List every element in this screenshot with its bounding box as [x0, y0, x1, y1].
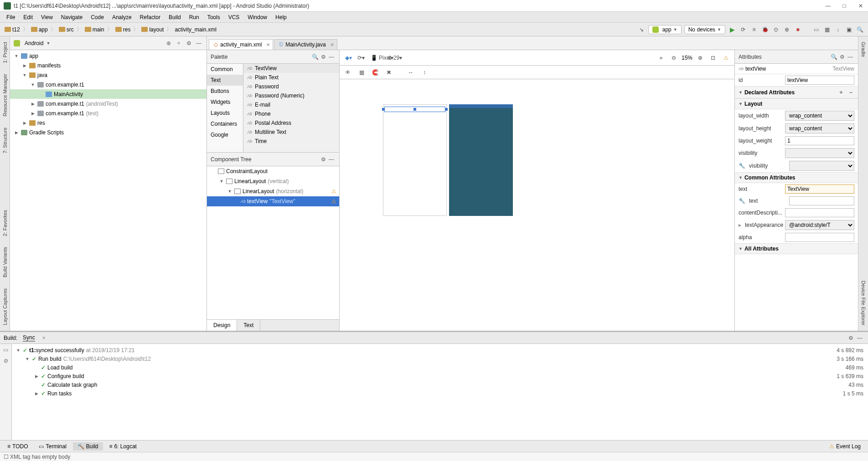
tab-main-activity[interactable]: ©MainActivity.java× [274, 39, 337, 50]
blueprint-view[interactable] [449, 104, 513, 216]
debug-button[interactable]: 🐞 [760, 24, 770, 35]
menu-file[interactable]: File [3, 13, 19, 21]
build-node[interactable]: ▶✓Run tasks1 s 5 ms [12, 389, 868, 398]
visibility-select[interactable] [785, 148, 854, 158]
attr-common-section[interactable]: ▼Common Attributes [735, 172, 858, 183]
close-tab-icon[interactable]: × [331, 41, 334, 48]
component-tree[interactable]: ConstraintLayout▼LinearLayout(vertical)▼… [207, 166, 339, 319]
autoconnect-button[interactable]: 🧲 [371, 68, 380, 77]
layout-width-select[interactable]: wrap_content [785, 111, 854, 121]
clear-constraints-button[interactable]: ✖ [384, 68, 393, 77]
component-node[interactable]: ▼LinearLayout(horizontal)⚠ [207, 186, 339, 196]
project-node[interactable]: MainActivity [10, 89, 207, 99]
tool-structure[interactable]: 7: Structure [1, 125, 9, 156]
tool-build-variants[interactable]: Build Variants [1, 244, 9, 280]
project-view-label[interactable]: Android [25, 40, 43, 46]
zoom-fit-button[interactable]: ⊡ [708, 53, 718, 63]
palette-item[interactable]: AbPlain Text [243, 73, 339, 82]
attr-all-section[interactable]: ▼All Attributes [735, 243, 858, 254]
menu-refactor[interactable]: Refactor [136, 13, 164, 21]
breadcrumb-file[interactable]: activity_main.xml [173, 26, 218, 33]
menu-help[interactable]: Help [272, 13, 290, 21]
profile-button[interactable]: ⊙ [770, 24, 781, 35]
run-config-select[interactable]: app▼ [648, 25, 682, 34]
palette-category[interactable]: Google [207, 129, 243, 140]
attach-debugger-button[interactable]: ⊕ [781, 24, 792, 35]
palette-item[interactable]: AbTime [243, 137, 339, 146]
palette-search-button[interactable]: 🔍 [311, 54, 319, 60]
component-node[interactable]: ▼LinearLayout(vertical) [207, 176, 339, 186]
menu-code[interactable]: Code [87, 13, 108, 21]
palette-category[interactable]: Buttons [207, 86, 243, 97]
toggle-view-button[interactable]: ▭ [2, 346, 10, 354]
palette-categories[interactable]: CommonTextButtonsWidgetsLayoutsContainer… [207, 64, 243, 152]
menu-build[interactable]: Build [165, 13, 185, 21]
make-button[interactable]: ↘ [636, 24, 647, 35]
attr-settings-button[interactable]: ⚙ [838, 54, 846, 60]
breadcrumb[interactable]: layout [140, 26, 165, 33]
scroll-to-source-button[interactable]: ⊕ [165, 39, 173, 47]
attr-hide-button[interactable]: — [846, 54, 854, 60]
text-tab[interactable]: Text [237, 320, 260, 331]
apply-code-button[interactable]: ≡ [749, 24, 760, 35]
tool-device-explorer[interactable]: Device File Explorer [860, 278, 867, 328]
zoom-out-button[interactable]: ⊖ [669, 53, 679, 63]
tree-settings-button[interactable]: ⚙ [319, 156, 327, 163]
breadcrumb[interactable]: app [29, 26, 50, 33]
build-node[interactable]: ▼✓Run buildC:\Users\df614\Desktop\Androi… [12, 354, 868, 363]
design-view[interactable] [383, 104, 447, 216]
layout-height-select[interactable]: wrap_content [785, 123, 854, 133]
tools-text-input[interactable] [789, 196, 854, 205]
project-node[interactable]: ▼app [10, 51, 207, 61]
maximize-button[interactable]: □ [841, 2, 848, 10]
build-tree[interactable]: ▼✓t1: synced successfullyat 2019/12/19 1… [12, 344, 868, 440]
api-select-button[interactable]: ⊗29▾ [390, 53, 400, 63]
text-appearance-select[interactable]: @android:style/T [785, 220, 854, 230]
tool-layout-captures[interactable]: Layout Captures [1, 286, 9, 328]
surface-select-button[interactable]: ◆▾ [343, 53, 353, 63]
resize-handle[interactable] [413, 108, 416, 111]
pack-button[interactable]: ↕ [420, 68, 429, 77]
tool-gradle[interactable]: Gradle [860, 39, 867, 60]
device-select-button[interactable]: 📱Pixel▾ [377, 53, 387, 63]
tool-build[interactable]: 🔨 Build [73, 442, 103, 451]
breadcrumb-root[interactable]: t12 [3, 26, 22, 33]
menu-run[interactable]: Run [186, 13, 203, 21]
sdk-manager-button[interactable]: ▦ [822, 24, 832, 35]
menu-vcs[interactable]: VCS [225, 13, 243, 21]
palette-item[interactable]: AbPhone [243, 109, 339, 118]
toggle-grid-button[interactable]: ▦ [357, 68, 366, 77]
attr-declared-section[interactable]: ▼Declared Attributes＋− [735, 86, 858, 98]
hide-button[interactable]: — [195, 39, 203, 47]
palette-items[interactable]: AbTextViewAbPlain TextAbPasswordAbPasswo… [243, 64, 339, 152]
build-node[interactable]: ▶✓Configure build1 s 639 ms [12, 372, 868, 380]
palette-category[interactable]: Common [207, 64, 243, 75]
view-options-button[interactable]: 👁 [343, 68, 352, 77]
stop-button[interactable]: ■ [792, 24, 803, 35]
resize-handle[interactable] [382, 108, 385, 111]
project-node[interactable]: ▼com.example.t1 [10, 80, 207, 89]
menu-edit[interactable]: Edit [20, 13, 36, 21]
build-node[interactable]: ✓Load build469 ms [12, 363, 868, 372]
zoom-in-button[interactable]: ⊕ [695, 53, 705, 63]
tab-activity-main[interactable]: ◇activity_main.xml× [209, 39, 273, 50]
build-hide-button[interactable]: — [855, 335, 864, 341]
tool-favorites[interactable]: 2: Favorites [1, 207, 9, 239]
resize-handle[interactable] [445, 108, 448, 111]
project-node[interactable]: ▶com.example.t1(androidTest) [10, 99, 207, 108]
default-margins-button[interactable]: ↔ [406, 68, 415, 77]
breadcrumb[interactable]: res [114, 26, 133, 33]
palette-category[interactable]: Containers [207, 118, 243, 129]
orientation-button[interactable]: ⟳▾ [356, 53, 366, 63]
add-attr-button[interactable]: ＋ [837, 88, 846, 96]
remove-attr-button[interactable]: − [847, 89, 854, 96]
menu-analyze[interactable]: Analyze [108, 13, 135, 21]
settings-button[interactable]: ⚙ [185, 39, 193, 47]
tool-terminal[interactable]: ▭ Terminal [34, 442, 71, 451]
apply-changes-button[interactable]: ⟳ [738, 24, 749, 35]
device-select[interactable]: No devices▼ [684, 25, 725, 34]
palette-item[interactable]: AbPassword (Numeric) [243, 91, 339, 100]
content-desc-input[interactable] [785, 208, 854, 217]
project-node[interactable]: ▶res [10, 118, 207, 128]
project-tree[interactable]: ▼app▶manifests▼java▼com.example.t1MainAc… [10, 50, 207, 331]
